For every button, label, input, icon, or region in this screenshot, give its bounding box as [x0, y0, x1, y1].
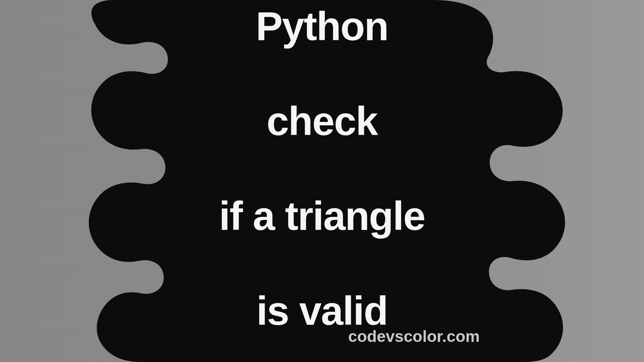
graphic-stage: Python check if a triangle is valid code… [0, 0, 644, 362]
title-line-3: if a triangle [219, 193, 425, 238]
title-line-4: is valid [257, 288, 388, 333]
title-text: Python check if a triangle is valid [219, 0, 425, 335]
title-line-1: Python [256, 3, 388, 48]
watermark-text: codevscolor.com [348, 327, 480, 346]
title-line-2: check [267, 98, 377, 143]
